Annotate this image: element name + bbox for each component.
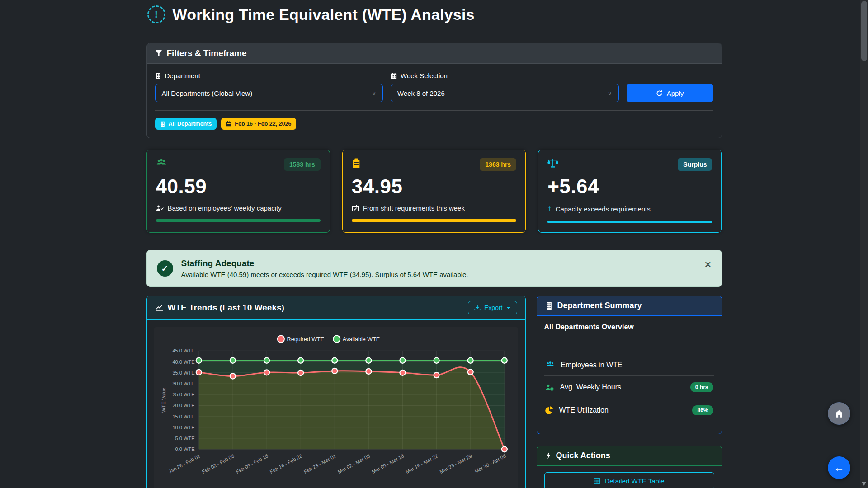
svg-text:Mar 30 - Apr 05: Mar 30 - Apr 05 xyxy=(473,453,506,474)
status-badge: 86% xyxy=(692,405,713,415)
chart-line-icon xyxy=(155,304,163,311)
home-icon xyxy=(835,409,844,418)
filters-header: Filters & Timeframe xyxy=(147,43,722,64)
quick-actions-title: Quick Actions xyxy=(556,451,610,460)
svg-text:35.0 WTE: 35.0 WTE xyxy=(172,370,194,375)
required-wte-desc: From shift requirements this week xyxy=(363,204,465,212)
detailed-wte-table-button[interactable]: Detailed WTE Table xyxy=(544,472,714,488)
surplus-value: +5.64 xyxy=(547,175,712,198)
available-progress-bar xyxy=(156,219,321,222)
svg-text:10.0 WTE: 10.0 WTE xyxy=(172,425,194,430)
lightning-icon xyxy=(545,452,552,460)
quick-actions-card: Quick Actions Detailed WTE Table xyxy=(537,446,722,488)
pie-chart-icon xyxy=(545,406,553,414)
building-icon xyxy=(545,302,553,310)
available-wte-desc: Based on employees' weekly capacity xyxy=(168,204,282,212)
svg-text:Required WTE: Required WTE xyxy=(287,336,324,343)
refresh-icon xyxy=(656,90,663,97)
caret-down-icon xyxy=(506,307,511,309)
date-range-badge: Feb 16 - Feb 22, 2026 xyxy=(221,118,296,130)
calendar-icon xyxy=(391,73,397,79)
svg-text:20.0 WTE: 20.0 WTE xyxy=(172,403,194,408)
back-button[interactable]: ← xyxy=(828,456,850,479)
svg-text:Mar 16 - Mar 22: Mar 16 - Mar 22 xyxy=(405,453,439,475)
scroll-down-arrow-icon[interactable] xyxy=(862,482,866,486)
alert-circle-icon: ! xyxy=(147,5,165,23)
surplus-badge: Surplus xyxy=(678,158,712,171)
status-badge: 0 hrs xyxy=(690,382,713,392)
chevron-down-icon: ∨ xyxy=(608,90,612,97)
hours-badge: 1363 hrs xyxy=(480,158,516,171)
svg-text:15.0 WTE: 15.0 WTE xyxy=(172,414,194,419)
svg-text:WTE Value: WTE Value xyxy=(161,388,166,413)
available-wte-value: 40.59 xyxy=(156,175,321,198)
svg-text:0.0 WTE: 0.0 WTE xyxy=(175,446,194,452)
svg-text:Mar 09 - Mar 15: Mar 09 - Mar 15 xyxy=(371,453,405,475)
department-summary-card: Department Summary All Departments Overv… xyxy=(537,296,722,434)
surplus-card: Surplus +5.64 ↑ Capacity exceeds require… xyxy=(538,150,722,233)
summary-subtitle: All Departments Overview xyxy=(544,323,714,331)
department-label: Department xyxy=(155,72,383,80)
svg-text:Mar 02 - Mar 08: Mar 02 - Mar 08 xyxy=(337,453,371,475)
building-icon xyxy=(155,73,161,79)
svg-text:Feb 02 - Feb 08: Feb 02 - Feb 08 xyxy=(201,453,235,475)
required-wte-card: 1363 hrs 34.95 From shift requirements t… xyxy=(342,150,526,233)
chart-title: WTE Trends (Last 10 Weeks) xyxy=(168,303,284,313)
arrow-left-icon: ← xyxy=(834,461,844,474)
required-wte-value: 34.95 xyxy=(352,175,516,198)
list-item: Avg. Weekly Hours 0 hrs xyxy=(544,376,714,399)
balance-scale-icon xyxy=(547,158,558,168)
hours-badge: 1583 hrs xyxy=(284,158,321,171)
chevron-down-icon: ∨ xyxy=(372,90,376,97)
arrow-up-icon: ↑ xyxy=(547,204,552,213)
wte-trend-chart[interactable]: 0.0 WTE5.0 WTE10.0 WTE15.0 WTE20.0 WTE25… xyxy=(159,333,514,488)
table-icon xyxy=(594,478,600,484)
user-check-icon xyxy=(156,205,164,211)
week-select[interactable]: Week 8 of 2026 ∨ xyxy=(391,84,619,102)
apply-button[interactable]: Apply xyxy=(627,84,713,102)
svg-text:45.0 WTE: 45.0 WTE xyxy=(172,348,194,353)
surplus-progress-bar xyxy=(547,221,712,223)
svg-text:Mar 23 - Mar 29: Mar 23 - Mar 29 xyxy=(439,453,472,475)
svg-text:30.0 WTE: 30.0 WTE xyxy=(172,381,194,386)
summary-title: Department Summary xyxy=(557,301,642,310)
check-circle-icon: ✓ xyxy=(157,260,173,277)
wte-trends-card: WTE Trends (Last 10 Weeks) Export 0.0 WT… xyxy=(146,296,526,488)
svg-text:Feb 23 - Mar 01: Feb 23 - Mar 01 xyxy=(302,453,336,475)
wte-analysis-page: ! Working Time Equivalent (WTE) Analysis… xyxy=(146,0,722,488)
filters-divider xyxy=(155,110,713,111)
svg-text:Jan 26 - Feb 01: Jan 26 - Feb 01 xyxy=(167,453,201,474)
svg-text:Available WTE: Available WTE xyxy=(342,336,379,343)
staffing-alert: ✓ Staffing Adequate Available WTE (40.59… xyxy=(146,250,722,287)
department-select[interactable]: All Departments (Global View) ∨ xyxy=(155,84,383,102)
page-title: Working Time Equivalent (WTE) Analysis xyxy=(173,6,475,23)
scrollbar-thumb[interactable] xyxy=(861,1,867,61)
svg-text:Feb 09 - Feb 15: Feb 09 - Feb 15 xyxy=(235,453,269,475)
page-header: ! Working Time Equivalent (WTE) Analysis xyxy=(146,5,722,23)
stat-cards-row: 1583 hrs 40.59 Based on employees' weekl… xyxy=(146,150,722,233)
clipboard-icon xyxy=(352,158,361,168)
list-item: Employees in WTE xyxy=(544,355,714,376)
scrollbar[interactable] xyxy=(860,0,868,488)
svg-text:25.0 WTE: 25.0 WTE xyxy=(172,392,194,397)
svg-text:Feb 16 - Feb 22: Feb 16 - Feb 22 xyxy=(269,453,302,475)
week-label: Week Selection xyxy=(391,72,619,80)
filter-icon xyxy=(155,50,162,57)
svg-text:40.0 WTE: 40.0 WTE xyxy=(172,359,194,365)
surplus-desc: Capacity exceeds requirements xyxy=(556,205,651,213)
filters-card: Filters & Timeframe Department All Depar… xyxy=(146,43,722,138)
alert-message: Available WTE (40.59) meets or exceeds r… xyxy=(181,271,468,278)
users-icon xyxy=(545,361,555,369)
department-badge: All Departments xyxy=(155,118,217,130)
export-button[interactable]: Export xyxy=(468,301,517,314)
calendar-icon xyxy=(226,121,231,127)
calendar-check-icon xyxy=(352,205,359,212)
svg-text:5.0 WTE: 5.0 WTE xyxy=(175,436,194,441)
users-icon xyxy=(156,158,167,168)
required-progress-bar xyxy=(352,219,516,222)
building-icon xyxy=(160,121,165,127)
alert-title: Staffing Adequate xyxy=(181,258,468,268)
close-icon[interactable]: × xyxy=(704,258,711,270)
home-button[interactable] xyxy=(828,402,850,425)
filters-title: Filters & Timeframe xyxy=(167,48,247,58)
